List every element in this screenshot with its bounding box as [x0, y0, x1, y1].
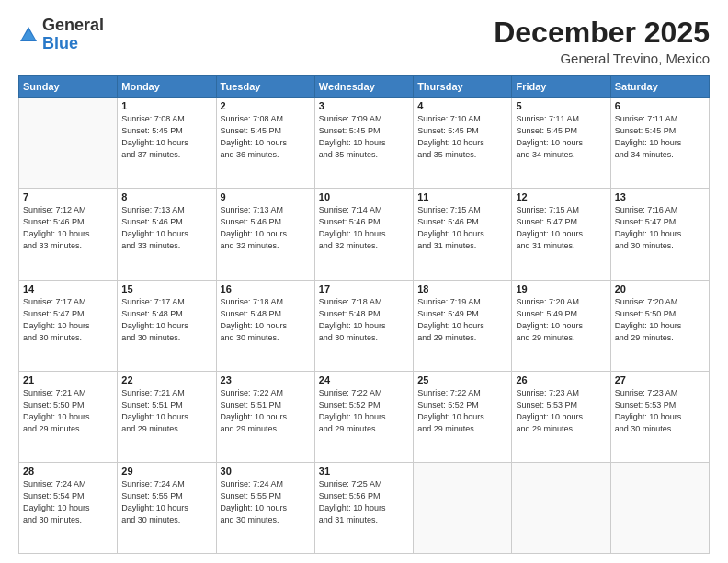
day-number: 22: [121, 374, 211, 385]
day-info: Sunrise: 7:11 AMSunset: 5:45 PMDaylight:…: [516, 113, 606, 161]
day-info: Sunrise: 7:15 AMSunset: 5:46 PMDaylight:…: [417, 204, 507, 252]
day-info: Sunrise: 7:20 AMSunset: 5:49 PMDaylight:…: [516, 296, 606, 344]
day-number: 15: [121, 283, 211, 294]
day-number: 6: [615, 100, 705, 111]
weekday-header: Saturday: [610, 76, 709, 98]
day-info: Sunrise: 7:22 AMSunset: 5:51 PMDaylight:…: [221, 387, 311, 435]
day-info: Sunrise: 7:09 AMSunset: 5:45 PMDaylight:…: [319, 113, 409, 161]
day-info: Sunrise: 7:13 AMSunset: 5:46 PMDaylight:…: [121, 204, 211, 252]
calendar: SundayMondayTuesdayWednesdayThursdayFrid…: [18, 75, 710, 554]
calendar-cell: 4Sunrise: 7:10 AMSunset: 5:45 PMDaylight…: [414, 98, 512, 189]
day-number: 20: [615, 283, 705, 294]
day-number: 17: [319, 283, 409, 294]
day-number: 3: [319, 100, 409, 111]
day-number: 19: [516, 283, 606, 294]
calendar-cell: [414, 462, 512, 553]
day-number: 30: [221, 465, 311, 477]
calendar-cell: 21Sunrise: 7:21 AMSunset: 5:50 PMDayligh…: [19, 371, 118, 462]
calendar-week-row: 14Sunrise: 7:17 AMSunset: 5:47 PMDayligh…: [19, 280, 710, 371]
calendar-cell: 13Sunrise: 7:16 AMSunset: 5:47 PMDayligh…: [610, 189, 709, 280]
day-number: 25: [417, 374, 507, 385]
day-info: Sunrise: 7:23 AMSunset: 5:53 PMDaylight:…: [516, 387, 606, 435]
calendar-cell: 3Sunrise: 7:09 AMSunset: 5:45 PMDaylight…: [314, 98, 413, 189]
day-number: 18: [417, 283, 507, 294]
day-number: 12: [516, 191, 606, 202]
calendar-cell: 2Sunrise: 7:08 AMSunset: 5:45 PMDaylight…: [216, 98, 314, 189]
calendar-week-row: 1Sunrise: 7:08 AMSunset: 5:45 PMDaylight…: [19, 98, 710, 189]
day-number: 2: [221, 100, 311, 111]
day-number: 28: [23, 465, 113, 477]
calendar-cell: 30Sunrise: 7:24 AMSunset: 5:55 PMDayligh…: [216, 462, 314, 553]
day-info: Sunrise: 7:23 AMSunset: 5:53 PMDaylight:…: [615, 387, 705, 435]
day-number: 31: [319, 465, 409, 477]
calendar-cell: 31Sunrise: 7:25 AMSunset: 5:56 PMDayligh…: [314, 462, 413, 553]
location-title: General Trevino, Mexico: [494, 51, 710, 66]
day-number: 8: [121, 191, 211, 202]
day-info: Sunrise: 7:14 AMSunset: 5:46 PMDaylight:…: [319, 204, 409, 252]
logo-icon: [18, 25, 39, 45]
day-info: Sunrise: 7:24 AMSunset: 5:55 PMDaylight:…: [221, 478, 311, 526]
calendar-cell: 1Sunrise: 7:08 AMSunset: 5:45 PMDaylight…: [118, 98, 216, 189]
calendar-cell: 7Sunrise: 7:12 AMSunset: 5:46 PMDaylight…: [19, 189, 118, 280]
day-number: 21: [23, 374, 113, 385]
calendar-week-row: 21Sunrise: 7:21 AMSunset: 5:50 PMDayligh…: [19, 371, 710, 462]
calendar-week-row: 7Sunrise: 7:12 AMSunset: 5:46 PMDaylight…: [19, 189, 710, 280]
day-number: 4: [417, 100, 507, 111]
calendar-cell: 8Sunrise: 7:13 AMSunset: 5:46 PMDaylight…: [118, 189, 216, 280]
day-number: 13: [615, 191, 705, 202]
day-info: Sunrise: 7:18 AMSunset: 5:48 PMDaylight:…: [319, 296, 409, 344]
logo: General Blue: [18, 17, 104, 53]
day-number: 23: [221, 374, 311, 385]
svg-marker-1: [22, 29, 35, 40]
day-info: Sunrise: 7:21 AMSunset: 5:50 PMDaylight:…: [23, 387, 113, 435]
day-info: Sunrise: 7:25 AMSunset: 5:56 PMDaylight:…: [319, 478, 409, 526]
calendar-cell: 12Sunrise: 7:15 AMSunset: 5:47 PMDayligh…: [512, 189, 610, 280]
day-info: Sunrise: 7:21 AMSunset: 5:51 PMDaylight:…: [121, 387, 211, 435]
day-info: Sunrise: 7:12 AMSunset: 5:46 PMDaylight:…: [23, 204, 113, 252]
calendar-cell: 5Sunrise: 7:11 AMSunset: 5:45 PMDaylight…: [512, 98, 610, 189]
calendar-cell: 15Sunrise: 7:17 AMSunset: 5:48 PMDayligh…: [118, 280, 216, 371]
day-number: 5: [516, 100, 606, 111]
calendar-cell: 22Sunrise: 7:21 AMSunset: 5:51 PMDayligh…: [118, 371, 216, 462]
calendar-cell: 28Sunrise: 7:24 AMSunset: 5:54 PMDayligh…: [19, 462, 118, 553]
calendar-cell: 17Sunrise: 7:18 AMSunset: 5:48 PMDayligh…: [314, 280, 413, 371]
calendar-cell: 16Sunrise: 7:18 AMSunset: 5:48 PMDayligh…: [216, 280, 314, 371]
weekday-header: Sunday: [19, 76, 118, 98]
day-info: Sunrise: 7:24 AMSunset: 5:54 PMDaylight:…: [23, 478, 113, 526]
day-number: 7: [23, 191, 113, 202]
weekday-header-row: SundayMondayTuesdayWednesdayThursdayFrid…: [19, 76, 710, 98]
day-info: Sunrise: 7:19 AMSunset: 5:49 PMDaylight:…: [417, 296, 507, 344]
calendar-cell: 18Sunrise: 7:19 AMSunset: 5:49 PMDayligh…: [414, 280, 512, 371]
day-info: Sunrise: 7:16 AMSunset: 5:47 PMDaylight:…: [615, 204, 705, 252]
day-info: Sunrise: 7:18 AMSunset: 5:48 PMDaylight:…: [221, 296, 311, 344]
day-info: Sunrise: 7:10 AMSunset: 5:45 PMDaylight:…: [417, 113, 507, 161]
day-info: Sunrise: 7:11 AMSunset: 5:45 PMDaylight:…: [615, 113, 705, 161]
calendar-cell: [19, 98, 118, 189]
month-title: December 2025: [494, 17, 710, 49]
day-info: Sunrise: 7:15 AMSunset: 5:47 PMDaylight:…: [516, 204, 606, 252]
weekday-header: Monday: [118, 76, 216, 98]
calendar-cell: 14Sunrise: 7:17 AMSunset: 5:47 PMDayligh…: [19, 280, 118, 371]
weekday-header: Thursday: [414, 76, 512, 98]
header: General Blue December 2025 General Trevi…: [18, 17, 710, 66]
logo-text: General Blue: [42, 17, 104, 53]
calendar-cell: 20Sunrise: 7:20 AMSunset: 5:50 PMDayligh…: [610, 280, 709, 371]
day-info: Sunrise: 7:20 AMSunset: 5:50 PMDaylight:…: [615, 296, 705, 344]
calendar-cell: 10Sunrise: 7:14 AMSunset: 5:46 PMDayligh…: [314, 189, 413, 280]
day-number: 26: [516, 374, 606, 385]
calendar-cell: 23Sunrise: 7:22 AMSunset: 5:51 PMDayligh…: [216, 371, 314, 462]
calendar-cell: 24Sunrise: 7:22 AMSunset: 5:52 PMDayligh…: [314, 371, 413, 462]
calendar-week-row: 28Sunrise: 7:24 AMSunset: 5:54 PMDayligh…: [19, 462, 710, 553]
calendar-cell: [610, 462, 709, 553]
day-info: Sunrise: 7:17 AMSunset: 5:48 PMDaylight:…: [121, 296, 211, 344]
day-info: Sunrise: 7:17 AMSunset: 5:47 PMDaylight:…: [23, 296, 113, 344]
day-number: 14: [23, 283, 113, 294]
day-number: 24: [319, 374, 409, 385]
day-info: Sunrise: 7:08 AMSunset: 5:45 PMDaylight:…: [121, 113, 211, 161]
day-number: 11: [417, 191, 507, 202]
calendar-cell: 26Sunrise: 7:23 AMSunset: 5:53 PMDayligh…: [512, 371, 610, 462]
calendar-cell: 27Sunrise: 7:23 AMSunset: 5:53 PMDayligh…: [610, 371, 709, 462]
day-number: 27: [615, 374, 705, 385]
calendar-cell: 11Sunrise: 7:15 AMSunset: 5:46 PMDayligh…: [414, 189, 512, 280]
day-info: Sunrise: 7:13 AMSunset: 5:46 PMDaylight:…: [221, 204, 311, 252]
